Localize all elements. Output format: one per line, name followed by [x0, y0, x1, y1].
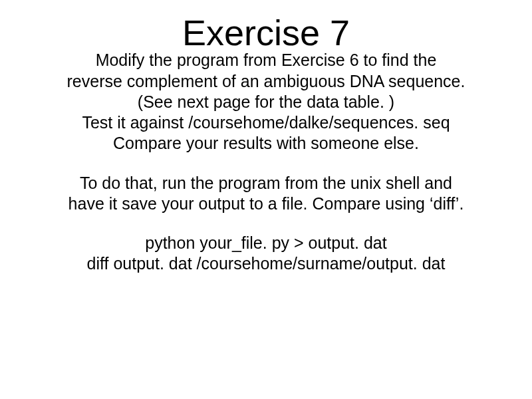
text-line: diff output. dat /coursehome/surname/out…	[12, 253, 520, 274]
paragraph-commands: python your_file. py > output. dat diff …	[12, 233, 520, 275]
text-line: have it save your output to a file. Comp…	[12, 194, 520, 214]
text-line: To do that, run the program from the uni…	[12, 173, 520, 194]
slide: Exercise 7 Modify the program from Exerc…	[0, 0, 532, 399]
text-line: python your_file. py > output. dat	[12, 233, 520, 253]
text-line: Modify the program from Exercise 6 to fi…	[12, 50, 520, 70]
text-line: reverse complement of an ambiguous DNA s…	[12, 71, 520, 92]
text-line: Test it against /coursehome/dalke/sequen…	[12, 112, 520, 133]
slide-title: Exercise 7	[12, 13, 520, 53]
text-line: (See next page for the data table. )	[12, 92, 520, 112]
paragraph-howto: To do that, run the program from the uni…	[12, 173, 520, 215]
paragraph-instructions: Modify the program from Exercise 6 to fi…	[12, 50, 520, 154]
text-line: Compare your results with someone else.	[12, 133, 520, 154]
